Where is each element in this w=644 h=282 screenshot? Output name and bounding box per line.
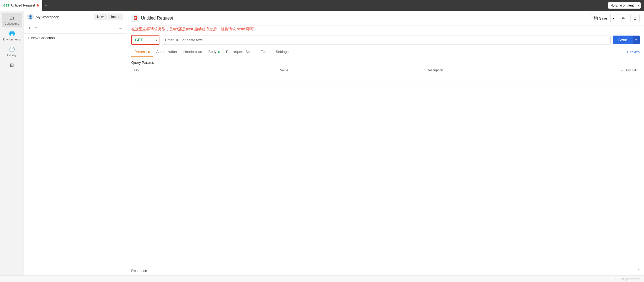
sidebar: 🗂 Collections 🌐 Environments 🕐 History ⊞	[0, 11, 24, 275]
table-row	[131, 74, 640, 81]
collection-chevron-icon: ›	[28, 36, 29, 39]
environments-icon: 🌐	[9, 31, 15, 37]
params-table: Key Value Description ··· Bulk Edit	[131, 67, 640, 81]
request-type-icon: 📮	[131, 14, 139, 22]
save-label: Save	[599, 16, 607, 20]
environment-select[interactable]: No Environment	[608, 2, 641, 9]
tab-settings[interactable]: Settings	[273, 47, 292, 57]
collections-panel: 👤 My Workspace New Import + ≡ ··· › New …	[24, 11, 127, 275]
description-input[interactable]	[427, 76, 569, 80]
content-spacer	[127, 85, 644, 266]
save-icon: 💾	[594, 16, 598, 20]
history-icon: 🕐	[9, 46, 15, 52]
tab-prerequest-label: Pre-request Script	[226, 50, 255, 54]
query-params-title: Query Params	[131, 61, 640, 65]
save-dropdown-button[interactable]: ▾	[610, 14, 617, 22]
apps-icon: ⊞	[10, 62, 14, 68]
request-title[interactable]: Untitled Request	[141, 16, 588, 21]
tab-body[interactable]: Body	[205, 47, 223, 57]
filter-button[interactable]: ≡	[34, 25, 39, 31]
workspace-avatar-icon: 👤	[28, 15, 33, 19]
tab-params[interactable]: Params	[131, 47, 153, 57]
params-dot	[148, 51, 150, 53]
response-chevron-icon: ˅	[638, 269, 640, 273]
send-button[interactable]: Send	[613, 36, 633, 44]
sidebar-item-apps[interactable]: ⊞	[2, 60, 22, 70]
response-title: Response	[131, 269, 638, 273]
save-button[interactable]: 💾 Save	[590, 14, 610, 22]
tab-params-label: Params	[134, 50, 147, 54]
method-select[interactable]: GET POST PUT DELETE PATCH HEAD OPTIONS	[132, 36, 159, 44]
annotation-text: 在这里选择请求类型，是get还是post 启动程序之后，就将请求 send 即可	[127, 26, 644, 33]
workspace-header: 👤 My Workspace New Import	[24, 11, 127, 23]
workspace-name: My Workspace	[36, 15, 92, 19]
csdn-watermark: CSDN @zzzzzzzz	[616, 277, 640, 281]
panel-toolbar: + ≡ ···	[24, 23, 127, 34]
request-tabs: Params Authorization Headers (8) Body Pr…	[127, 47, 644, 57]
description-column-header: Description	[425, 67, 571, 74]
collection-name: New Collection	[31, 36, 55, 40]
url-input[interactable]	[162, 36, 611, 45]
bottom-bar: CSDN @zzzzzzzz	[0, 275, 644, 282]
postman-icon: 📮	[133, 16, 137, 20]
sidebar-item-history[interactable]: 🕐 History	[2, 44, 22, 59]
key-input[interactable]	[133, 76, 276, 80]
method-select-wrapper: GET POST PUT DELETE PATCH HEAD OPTIONS ▾	[131, 35, 159, 45]
request-actions: 💾 Save ▾ ✏ ⊡	[590, 14, 640, 22]
bulk-edit-label: Bulk Edit	[625, 68, 637, 72]
body-dot	[218, 51, 220, 53]
key-column-header: Key	[131, 67, 278, 74]
sidebar-history-label: History	[7, 53, 16, 57]
tab-tests-label: Tests	[261, 50, 269, 54]
tab-method: GET	[3, 4, 9, 7]
tab-tests[interactable]: Tests	[258, 47, 273, 57]
tab-settings-label: Settings	[276, 50, 289, 54]
tab-headers-label: Headers	[183, 50, 197, 54]
send-dropdown-button[interactable]: ▾	[633, 36, 640, 44]
tab-title: Untitled Request	[11, 4, 35, 7]
tab-modified-dot	[37, 4, 39, 7]
bulk-edit-button[interactable]: ··· Bulk Edit	[621, 68, 637, 72]
request-header: 📮 Untitled Request 💾 Save ▾ ✏ ⊡	[127, 11, 644, 26]
url-bar: GET POST PUT DELETE PATCH HEAD OPTIONS ▾…	[127, 33, 644, 47]
bulk-edit-column: ··· Bulk Edit	[571, 67, 640, 74]
new-collection-button[interactable]: New	[94, 14, 107, 20]
tab-prerequest[interactable]: Pre-request Script	[223, 47, 258, 57]
bulk-edit-dots-icon: ···	[621, 68, 624, 72]
sidebar-collections-label: Collections	[5, 22, 19, 25]
tab-authorization-label: Authorization	[156, 50, 177, 54]
collection-item[interactable]: › New Collection	[24, 34, 127, 42]
value-column-header: Value	[278, 67, 425, 74]
sidebar-environments-label: Environments	[3, 38, 21, 41]
new-tab-button[interactable]: +	[42, 0, 50, 11]
cookies-link[interactable]: Cookies	[627, 50, 640, 54]
value-input[interactable]	[280, 76, 422, 80]
sidebar-item-collections[interactable]: 🗂 Collections	[2, 13, 22, 27]
more-options-button[interactable]: ···	[118, 25, 123, 31]
import-button[interactable]: Import	[108, 14, 123, 20]
workspace-actions: New Import	[94, 14, 123, 20]
main-content: 📮 Untitled Request 💾 Save ▾ ✏ ⊡ 在这	[127, 11, 644, 275]
response-section[interactable]: Response ˅	[127, 266, 644, 275]
query-params-section: Query Params Key Value Description ··· B…	[127, 57, 644, 85]
send-button-group: Send ▾	[613, 36, 640, 44]
tab-headers[interactable]: Headers (8)	[180, 47, 205, 57]
edit-button[interactable]: ✏	[619, 14, 628, 22]
workspace-avatar: 👤	[27, 14, 34, 20]
collections-icon: 🗂	[9, 15, 14, 21]
tab-body-label: Body	[209, 50, 217, 54]
add-item-button[interactable]: +	[27, 25, 32, 31]
tab-authorization[interactable]: Authorization	[153, 47, 180, 57]
sidebar-item-environments[interactable]: 🌐 Environments	[2, 28, 22, 43]
headers-badge: (8)	[198, 50, 202, 53]
share-button[interactable]: ⊡	[630, 14, 640, 22]
active-tab[interactable]: GET Untitled Request	[0, 0, 42, 11]
